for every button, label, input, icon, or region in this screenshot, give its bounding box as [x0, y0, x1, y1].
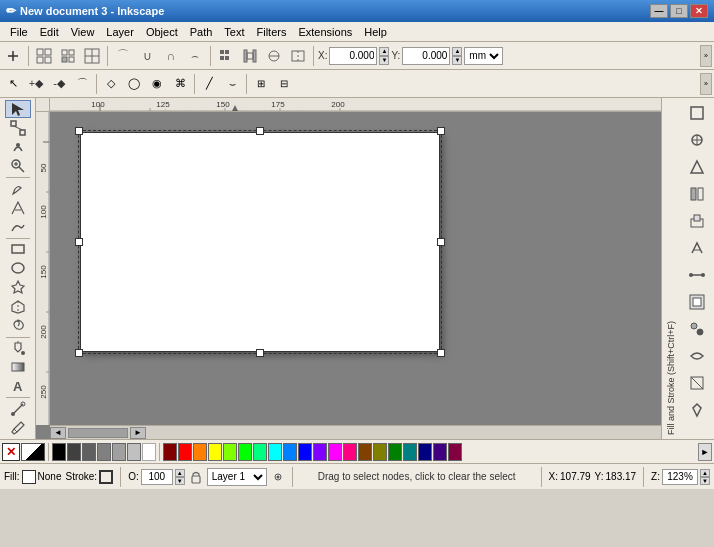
node-delete-btn[interactable]: -◆	[48, 73, 70, 95]
node-add-btn[interactable]: +◆	[25, 73, 47, 95]
tool-tweak[interactable]	[5, 138, 31, 156]
color-green[interactable]	[238, 443, 252, 461]
layer-select[interactable]: Layer 1	[207, 468, 267, 486]
node-smooth-btn[interactable]: ◯	[123, 73, 145, 95]
right-tool-11[interactable]	[684, 370, 710, 396]
color-gray2[interactable]	[82, 443, 96, 461]
color-purple[interactable]	[433, 443, 447, 461]
color-magenta[interactable]	[328, 443, 342, 461]
tool-ellipse[interactable]	[5, 259, 31, 277]
handle-right-mid[interactable]	[437, 238, 445, 246]
canvas-area[interactable]: 100 125 150 175 200	[36, 98, 678, 439]
color-violet[interactable]	[313, 443, 327, 461]
color-cyan-green[interactable]	[253, 443, 267, 461]
no-color-btn[interactable]: ✕	[2, 443, 20, 461]
right-tool-7[interactable]	[684, 262, 710, 288]
node-auto-btn[interactable]: ⌘	[169, 73, 191, 95]
toolbar-btn-nodes[interactable]: ⌒	[112, 45, 134, 67]
tool-calligraphy[interactable]	[5, 218, 31, 236]
right-tool-5[interactable]	[684, 208, 710, 234]
y-spin-down[interactable]: ▼	[452, 56, 462, 65]
right-tool-12[interactable]	[684, 397, 710, 423]
menu-extensions[interactable]: Extensions	[292, 24, 358, 40]
color-gray5[interactable]	[127, 443, 141, 461]
color-white[interactable]	[142, 443, 156, 461]
color-more-btn[interactable]: ►	[698, 443, 712, 461]
color-maroon[interactable]	[448, 443, 462, 461]
toolbar-btn-2[interactable]	[57, 45, 79, 67]
color-brown[interactable]	[358, 443, 372, 461]
tool-connector[interactable]	[5, 400, 31, 418]
menu-object[interactable]: Object	[140, 24, 184, 40]
close-button[interactable]: ✕	[690, 4, 708, 18]
toolbar-btn-1[interactable]	[33, 45, 55, 67]
toolbar-btn-dist[interactable]	[239, 45, 261, 67]
handle-top-mid[interactable]	[256, 127, 264, 135]
node-show-outline-btn[interactable]: ⊟	[273, 73, 295, 95]
zoom-input[interactable]	[662, 469, 698, 485]
horizontal-scroll-thumb[interactable]	[68, 428, 128, 438]
color-teal[interactable]	[403, 443, 417, 461]
maximize-button[interactable]: □	[670, 4, 688, 18]
tool-pen[interactable]	[5, 199, 31, 217]
zoom-spinbox[interactable]: ▲ ▼	[700, 469, 710, 485]
node-toolbar-overflow[interactable]: »	[700, 73, 712, 95]
handle-top-left[interactable]	[75, 127, 83, 135]
menu-text[interactable]: Text	[218, 24, 250, 40]
node-cusp-btn[interactable]: ◇	[100, 73, 122, 95]
right-tool-4[interactable]	[684, 181, 710, 207]
right-tool-10[interactable]	[684, 343, 710, 369]
toolbar-btn-6[interactable]	[287, 45, 309, 67]
tool-dropper[interactable]	[5, 419, 31, 437]
handle-bottom-left[interactable]	[75, 349, 83, 357]
color-dark-green[interactable]	[388, 443, 402, 461]
opacity-input[interactable]	[141, 469, 173, 485]
handle-left-mid[interactable]	[75, 238, 83, 246]
menu-edit[interactable]: Edit	[34, 24, 65, 40]
x-spin-down[interactable]: ▼	[379, 56, 389, 65]
menu-layer[interactable]: Layer	[100, 24, 140, 40]
tool-gradient[interactable]	[5, 358, 31, 376]
color-red[interactable]	[178, 443, 192, 461]
right-tool-9[interactable]	[684, 316, 710, 342]
color-black[interactable]	[52, 443, 66, 461]
handle-top-right[interactable]	[437, 127, 445, 135]
y-spin-up[interactable]: ▲	[452, 47, 462, 56]
x-spinbox[interactable]: ▲ ▼	[379, 47, 389, 65]
node-join-btn[interactable]: ⌒	[71, 73, 93, 95]
handle-bottom-mid[interactable]	[256, 349, 264, 357]
color-yellow[interactable]	[208, 443, 222, 461]
toolbar-btn-5[interactable]	[263, 45, 285, 67]
toolbar-btn-snap[interactable]	[2, 45, 24, 67]
tool-star[interactable]	[5, 278, 31, 296]
color-orange[interactable]	[193, 443, 207, 461]
color-gray3[interactable]	[97, 443, 111, 461]
right-tool-2[interactable]	[684, 127, 710, 153]
unit-select[interactable]: mm px pt cm in	[464, 47, 503, 65]
menu-path[interactable]: Path	[184, 24, 219, 40]
x-spin-up[interactable]: ▲	[379, 47, 389, 56]
menu-filters[interactable]: Filters	[251, 24, 293, 40]
node-symmetric-btn[interactable]: ◉	[146, 73, 168, 95]
tool-spiral[interactable]	[5, 317, 31, 335]
color-blue[interactable]	[298, 443, 312, 461]
node-curve-btn[interactable]: ⌣	[221, 73, 243, 95]
menu-file[interactable]: File	[4, 24, 34, 40]
fill-stroke-label[interactable]: Fill and Stroke (Shift+Ctrl+F)	[664, 98, 678, 439]
toolbar-btn-path3[interactable]: ∩	[160, 45, 182, 67]
color-yellow-green[interactable]	[223, 443, 237, 461]
scroll-right-btn[interactable]: ►	[130, 427, 146, 439]
toolbar-btn-3[interactable]	[81, 45, 103, 67]
toolbar-btn-path4[interactable]: ⌢	[184, 45, 206, 67]
right-tool-1[interactable]	[684, 100, 710, 126]
right-tool-8[interactable]	[684, 289, 710, 315]
canvas-viewport[interactable]	[50, 112, 664, 425]
menu-help[interactable]: Help	[358, 24, 393, 40]
zoom-down[interactable]: ▼	[700, 477, 710, 485]
zoom-up[interactable]: ▲	[700, 469, 710, 477]
right-tool-6[interactable]	[684, 235, 710, 261]
x-input[interactable]	[329, 47, 377, 65]
node-line-btn[interactable]: ╱	[198, 73, 220, 95]
opacity-down[interactable]: ▼	[175, 477, 185, 485]
node-show-handles-btn[interactable]: ⊞	[250, 73, 272, 95]
